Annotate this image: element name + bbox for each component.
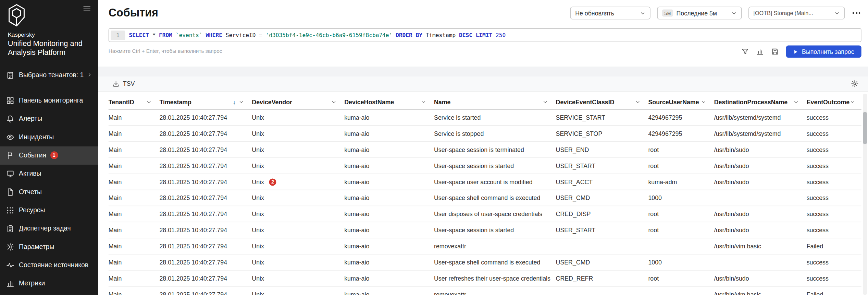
cell-DeviceEventClassID — [556, 287, 648, 295]
chevron-down-icon[interactable] — [635, 99, 641, 104]
notification-badge: 1 — [50, 152, 58, 160]
column-header-DeviceEventClassID[interactable]: DeviceEventClassID — [556, 94, 648, 109]
sidebar-item-incidents[interactable]: Инциденты — [0, 128, 98, 146]
cell-Name: removexattr — [434, 238, 556, 254]
sidebar-item-alerts[interactable]: Алерты — [0, 110, 98, 128]
cell-SourceUserName — [648, 238, 714, 254]
cell-TenantID: Main — [109, 110, 160, 125]
chevron-down-icon[interactable] — [850, 99, 855, 104]
cell-DestinationProcessName — [714, 255, 807, 270]
column-header-TenantID[interactable]: TenantID — [109, 94, 160, 109]
cell-SourceUserName: root — [648, 142, 714, 157]
cell-Timestamp: 28.01.2025 10:40:27.794 — [159, 255, 252, 270]
table-row[interactable]: Main28.01.2025 10:40:27.794Unix2kuma-aio… — [109, 174, 861, 190]
sidebar-item-events[interactable]: События1 — [0, 146, 98, 165]
table-row[interactable]: Main28.01.2025 10:40:27.794Unixkuma-aior… — [109, 287, 861, 295]
sidebar-nav: Выбрано тенантов: 1 Панель мониторингаАл… — [0, 66, 98, 293]
filter-icon[interactable] — [741, 48, 749, 56]
menu-toggle-button[interactable] — [82, 4, 92, 14]
column-header-EventOutcome[interactable]: EventOutcome — [807, 94, 861, 109]
chevron-down-icon[interactable] — [239, 99, 244, 104]
scrollbar-thumb[interactable] — [863, 112, 867, 144]
sidebar-item-assets[interactable]: Активы — [0, 165, 98, 183]
cell-Name: User-space session is started — [434, 158, 556, 174]
export-tsv-button[interactable]: TSV — [112, 80, 135, 87]
table-row[interactable]: Main28.01.2025 10:40:27.794Unixkuma-aioS… — [109, 110, 861, 126]
cell-DeviceHostName: kuma-aio — [344, 255, 434, 270]
sidebar-item-tenants[interactable]: Выбрано тенантов: 1 — [0, 66, 98, 84]
column-header-Name[interactable]: Name — [434, 94, 556, 109]
chevron-down-icon[interactable] — [421, 99, 426, 104]
table-row[interactable]: Main28.01.2025 10:40:27.794Unixkuma-aioU… — [109, 222, 861, 238]
sort-descending-icon[interactable]: ↓ — [233, 98, 236, 105]
cell-DestinationProcessName: /usr/bin/sudo — [714, 142, 807, 157]
cell-DeviceEventClassID: USER_ACCT — [556, 174, 648, 189]
sidebar-item-reports[interactable]: Отчеты — [0, 183, 98, 201]
grid-dots-icon — [6, 206, 14, 214]
sidebar-item-resources[interactable]: Ресурсы — [0, 201, 98, 220]
cell-DeviceHostName: kuma-aio — [344, 238, 434, 254]
table-row[interactable]: Main28.01.2025 10:40:27.794Unixkuma-aioU… — [109, 190, 861, 206]
histogram-icon[interactable] — [756, 48, 764, 56]
table-row[interactable]: Main28.01.2025 10:40:27.794Unixkuma-aioU… — [109, 206, 861, 222]
refresh-interval-select[interactable]: Не обновлять — [570, 7, 650, 19]
export-icon — [112, 80, 120, 87]
vertical-scrollbar[interactable] — [863, 94, 867, 295]
time-period-select[interactable]: 5м Последние 5м — [657, 7, 742, 19]
cell-EventOutcome: success — [807, 142, 861, 157]
sql-query-input[interactable]: 1 SELECT * FROM `events` WHERE ServiceID… — [109, 28, 861, 42]
cell-EventOutcome: success — [807, 174, 861, 189]
kaspersky-logo — [8, 20, 26, 29]
cell-Timestamp: 28.01.2025 10:40:27.794 — [159, 238, 252, 254]
cell-Name: User-space session is started — [434, 222, 556, 238]
table-row[interactable]: Main28.01.2025 10:40:27.794Unixkuma-aioU… — [109, 158, 861, 174]
cell-DeviceEventClassID — [556, 238, 648, 254]
sidebar-item-settings[interactable]: Параметры — [0, 238, 98, 256]
chevron-down-icon[interactable] — [331, 99, 336, 104]
sidebar-item-task-manager[interactable]: Диспетчер задач — [0, 220, 98, 238]
column-header-Timestamp[interactable]: Timestamp↓ — [159, 94, 252, 109]
cell-Timestamp: 28.01.2025 10:40:27.794 — [159, 271, 252, 286]
column-header-DestinationProcessName[interactable]: DestinationProcessName — [714, 94, 807, 109]
cell-SourceUserName: root — [648, 158, 714, 174]
storage-select[interactable]: [OOTB] Storage (Main... — [748, 7, 845, 19]
chevron-down-icon[interactable] — [543, 99, 548, 104]
cell-DestinationProcessName: /usr/bin/sudo — [714, 271, 807, 286]
column-header-DeviceVendor[interactable]: DeviceVendor — [252, 94, 344, 109]
chevron-down-icon[interactable] — [146, 99, 152, 104]
cell-Timestamp: 28.01.2025 10:40:27.794 — [159, 190, 252, 205]
table-row[interactable]: Main28.01.2025 10:40:27.794Unixkuma-aior… — [109, 238, 861, 255]
cell-DeviceEventClassID: USER_START — [556, 158, 648, 174]
sidebar-item-dashboard[interactable]: Панель мониторинга — [0, 92, 98, 110]
cell-EventOutcome: success — [807, 158, 861, 174]
events-panel: TSV TenantIDTimestamp↓DeviceVendorDevice… — [98, 76, 868, 295]
cell-DeviceEventClassID: USER_CMD — [556, 255, 648, 270]
cell-Name: User-space shell command is executed — [434, 255, 556, 270]
table-row[interactable]: Main28.01.2025 10:40:27.794Unixkuma-aioU… — [109, 142, 861, 158]
cell-TenantID: Main — [109, 287, 160, 295]
chevron-down-icon[interactable] — [701, 99, 706, 104]
cell-Name: User disposes of user-space credentials — [434, 206, 556, 222]
cell-DeviceHostName: kuma-aio — [344, 174, 434, 189]
table-settings-button[interactable] — [851, 80, 859, 88]
sidebar-item-source-status[interactable]: Состояние источников — [0, 256, 98, 274]
more-options-button[interactable] — [852, 10, 861, 16]
sidebar-item-metrics[interactable]: Метрики — [0, 274, 98, 293]
cell-TenantID: Main — [109, 238, 160, 254]
query-section: 1 SELECT * FROM `events` WHERE ServiceID… — [109, 28, 861, 58]
page-title: События — [109, 7, 158, 19]
chevron-down-icon[interactable] — [793, 99, 799, 104]
run-query-button[interactable]: Выполнить запрос — [786, 46, 861, 58]
save-icon[interactable] — [771, 48, 779, 56]
cell-DeviceVendor: Unix — [252, 287, 344, 295]
chevron-right-icon — [87, 72, 92, 78]
eye-icon — [6, 133, 14, 141]
table-row[interactable]: Main28.01.2025 10:40:27.794Unixkuma-aioU… — [109, 255, 861, 271]
table-row[interactable]: Main28.01.2025 10:40:27.794Unixkuma-aioU… — [109, 271, 861, 287]
cell-TenantID: Main — [109, 126, 160, 141]
column-header-DeviceHostName[interactable]: DeviceHostName — [344, 94, 434, 109]
chevron-down-icon — [834, 10, 840, 16]
table-row[interactable]: Main28.01.2025 10:40:27.794Unixkuma-aioS… — [109, 126, 861, 142]
bar-chart-icon — [6, 279, 14, 287]
column-header-SourceUserName[interactable]: SourceUserName — [648, 94, 714, 109]
